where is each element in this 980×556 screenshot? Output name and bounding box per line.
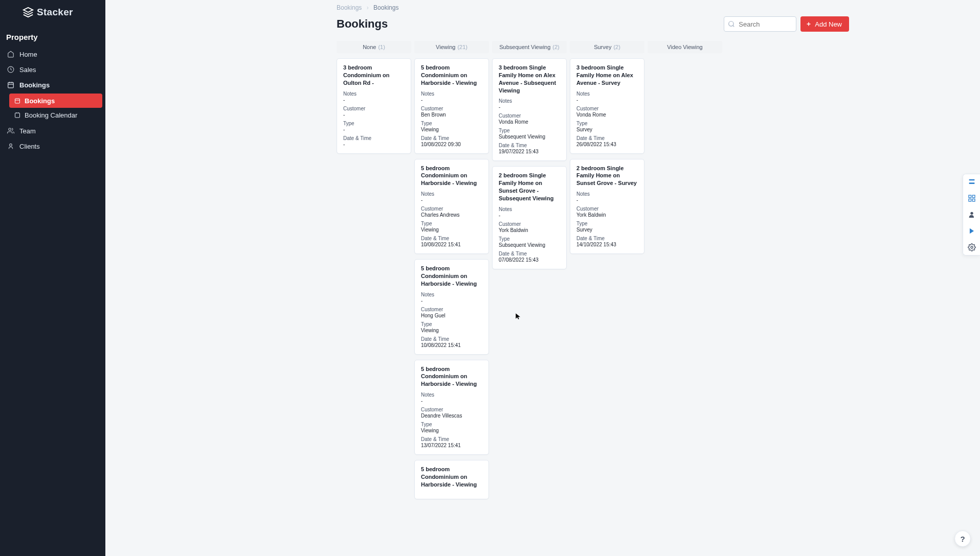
booking-card[interactable]: 5 bedroom Condominium on Harborside - Vi… (414, 159, 489, 254)
column-header[interactable]: None(1) (337, 41, 411, 53)
card-field-label: Type (499, 236, 560, 242)
breadcrumb-sep: › (367, 4, 369, 11)
card-field-label: Date & Time (421, 436, 482, 442)
nav-home[interactable]: Home (0, 47, 105, 62)
search-icon (728, 20, 735, 28)
card-field-value: Ben Brown (421, 112, 482, 118)
card-field-label: Customer (576, 106, 638, 111)
kanban-board[interactable]: None(1)3 bedroom Condominium on Oulton R… (105, 41, 980, 556)
card-field-value: 26/08/2022 15:43 (576, 142, 638, 147)
column-count: (21) (457, 44, 467, 50)
card-field-label: Type (576, 121, 638, 126)
nav-clients[interactable]: Clients (0, 138, 105, 154)
card-field-label: Date & Time (499, 251, 560, 257)
tool-play-icon[interactable] (967, 226, 976, 236)
card-field-label: Notes (499, 206, 560, 212)
clock-icon (7, 66, 14, 73)
booking-card[interactable]: 5 bedroom Condominium on Harborside - Vi… (414, 360, 489, 455)
booking-card[interactable]: 3 bedroom Condominium on Oulton Rd - Not… (337, 58, 411, 154)
card-field-label: Notes (499, 98, 560, 104)
nav-clients-label: Clients (19, 143, 40, 150)
card-field: Customer York Baldwin (499, 221, 560, 233)
card-field: Date & Time 19/07/2022 15:43 (499, 143, 560, 154)
nav-team[interactable]: Team (0, 123, 105, 138)
booking-card[interactable]: 5 bedroom Condominium on Harborside - Vi… (414, 58, 489, 154)
booking-card[interactable]: 3 bedroom Single Family Home on Alex Ave… (492, 58, 567, 161)
tool-gear-icon[interactable] (967, 243, 976, 252)
card-field: Customer Deandre Villescas (421, 407, 482, 419)
card-field: Notes - (343, 91, 405, 103)
card-field: Date & Time 10/08/2022 15:41 (421, 336, 482, 348)
card-field: Type Viewing (421, 221, 482, 233)
svg-rect-17 (969, 195, 971, 198)
svg-point-13 (729, 21, 733, 26)
nav-sales[interactable]: Sales (0, 62, 105, 77)
card-field-label: Date & Time (421, 236, 482, 241)
add-new-button[interactable]: Add New (800, 16, 849, 32)
card-field: Customer Hong Guel (421, 307, 482, 318)
card-field-label: Date & Time (576, 236, 638, 241)
card-field: Notes - (576, 191, 638, 203)
card-title: 5 bedroom Condominium on Harborside - Vi… (421, 64, 482, 87)
column-header[interactable]: Survey(2) (570, 41, 644, 53)
column-header[interactable]: Video Viewing (648, 41, 722, 53)
card-field-value: York Baldwin (499, 227, 560, 233)
card-title: 5 bedroom Condominium on Harborside - Vi… (421, 466, 482, 489)
sub-nav-bookings-label: Bookings (25, 97, 55, 105)
card-field-label: Date & Time (499, 143, 560, 148)
sub-nav-calendar[interactable]: Booking Calendar (9, 108, 102, 122)
card-field: Date & Time 10/08/2022 15:41 (421, 236, 482, 247)
card-field-value: - (499, 213, 560, 218)
tool-user-icon[interactable] (967, 210, 976, 219)
sub-nav: Bookings Booking Calendar (9, 94, 102, 122)
tool-grid-icon[interactable] (967, 194, 976, 203)
tool-inspector-icon[interactable] (967, 177, 976, 187)
sidebar-section-title: Property (0, 25, 105, 47)
card-field: Customer Charles Andrews (421, 206, 482, 218)
card-field: Notes - (421, 292, 482, 304)
card-field-value: Survey (576, 227, 638, 233)
booking-card[interactable]: 5 bedroom Condominium on Harborside - Vi… (414, 259, 489, 355)
booking-card[interactable]: 2 bedroom Single Family Home on Sunset G… (492, 166, 567, 269)
card-field: Date & Time 07/08/2022 15:43 (499, 251, 560, 263)
breadcrumb-parent[interactable]: Bookings (337, 4, 362, 11)
card-title: 3 bedroom Single Family Home on Alex Ave… (576, 64, 638, 87)
svg-rect-6 (15, 99, 20, 103)
column-name: Survey (594, 44, 611, 50)
nav-home-label: Home (19, 51, 37, 58)
nav-bookings[interactable]: Bookings (0, 77, 105, 92)
home-icon (7, 51, 14, 58)
help-button[interactable]: ? (954, 530, 971, 547)
svg-point-23 (971, 246, 973, 248)
svg-marker-22 (969, 228, 973, 234)
booking-card[interactable]: 3 bedroom Single Family Home on Alex Ave… (570, 58, 644, 154)
card-field-label: Customer (343, 106, 405, 111)
brand-logo[interactable]: Stacker (0, 0, 105, 25)
brand-name: Stacker (37, 7, 73, 18)
booking-card[interactable]: 2 bedroom Single Family Home on Sunset G… (570, 159, 644, 254)
column-header[interactable]: Subsequent Viewing(2) (492, 41, 567, 53)
card-field: Type Viewing (421, 321, 482, 333)
card-field-label: Customer (421, 307, 482, 312)
card-field: Type - (343, 121, 405, 132)
booking-card[interactable]: 5 bedroom Condominium on Harborside - Vi… (414, 460, 489, 499)
sub-nav-bookings[interactable]: Bookings (9, 94, 102, 108)
card-field-value: York Baldwin (576, 212, 638, 218)
card-field-value: Viewing (421, 428, 482, 433)
column-header[interactable]: Viewing(21) (414, 41, 489, 53)
card-field: Type Viewing (421, 121, 482, 132)
nav-sales-label: Sales (19, 66, 36, 74)
card-field-label: Type (421, 221, 482, 226)
card-field-value: Deandre Villescas (421, 413, 482, 419)
card-field: Customer - (343, 106, 405, 118)
card-title: 5 bedroom Condominium on Harborside - Vi… (421, 365, 482, 388)
column-count: (2) (552, 44, 559, 50)
card-field-label: Type (343, 121, 405, 126)
card-field-value: Viewing (421, 127, 482, 132)
breadcrumb: Bookings › Bookings (337, 0, 980, 11)
card-field-value: 19/07/2022 15:43 (499, 149, 560, 154)
column-count: (1) (378, 44, 385, 50)
card-field: Notes - (576, 91, 638, 103)
card-field: Date & Time - (343, 135, 405, 147)
card-field-label: Customer (421, 407, 482, 412)
